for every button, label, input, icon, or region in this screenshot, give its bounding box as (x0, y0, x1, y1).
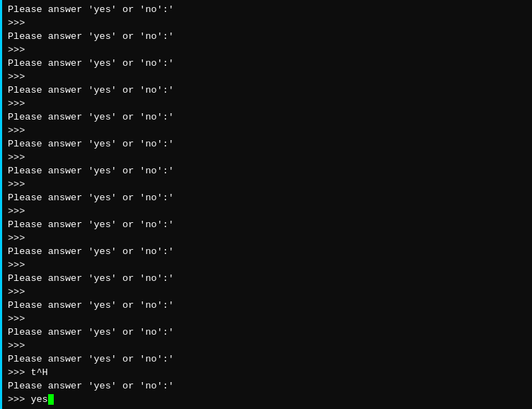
terminal[interactable]: Please answer 'yes' or 'no':' >>> Please… (0, 0, 532, 409)
prompt-line: >>> (8, 151, 526, 164)
prompt-line: >>> (8, 231, 526, 245)
output-line: Please answer 'yes' or 'no':' (8, 83, 526, 97)
cursor (48, 394, 54, 405)
output-line: Please answer 'yes' or 'no':' (8, 164, 526, 178)
prompt-line: >>> (8, 258, 526, 272)
prompt-line: >>> (8, 285, 526, 299)
output-line: Please answer 'yes' or 'no':' (8, 191, 526, 204)
prompt-line: >>> (8, 312, 526, 326)
output-line: Please answer 'yes' or 'no':' (8, 30, 526, 43)
output-line: Please answer 'yes' or 'no':' (8, 137, 526, 151)
prompt-line: >>> (8, 97, 526, 110)
prompt-line: >>> (8, 178, 526, 191)
output-line: Please answer 'yes' or 'no':' (8, 57, 526, 70)
output-line: Please answer 'yes' or 'no':' (8, 379, 526, 393)
output-line: Please answer 'yes' or 'no':' (8, 110, 526, 124)
prompt-line: >>> (8, 16, 526, 30)
prompt-line: >>> (8, 43, 526, 57)
output-line: Please answer 'yes' or 'no':' (8, 299, 526, 312)
output-line: Please answer 'yes' or 'no':' (8, 326, 526, 339)
prompt-line: >>> (8, 204, 526, 218)
output-line: Please answer 'yes' or 'no':' (8, 272, 526, 285)
prompt-line-special: >>> t^H (8, 366, 526, 379)
input-line[interactable]: >>> yes (8, 393, 526, 406)
output-line: Please answer 'yes' or 'no':' (8, 352, 526, 366)
prompt-line: >>> (8, 339, 526, 352)
output-line: Please answer 'yes' or 'no':' (8, 218, 526, 231)
prompt-line: >>> (8, 70, 526, 83)
prompt-line: >>> (8, 124, 526, 137)
output-line: Please answer 'yes' or 'no':' (8, 245, 526, 258)
output-line: Please answer 'yes' or 'no':' (8, 3, 526, 16)
